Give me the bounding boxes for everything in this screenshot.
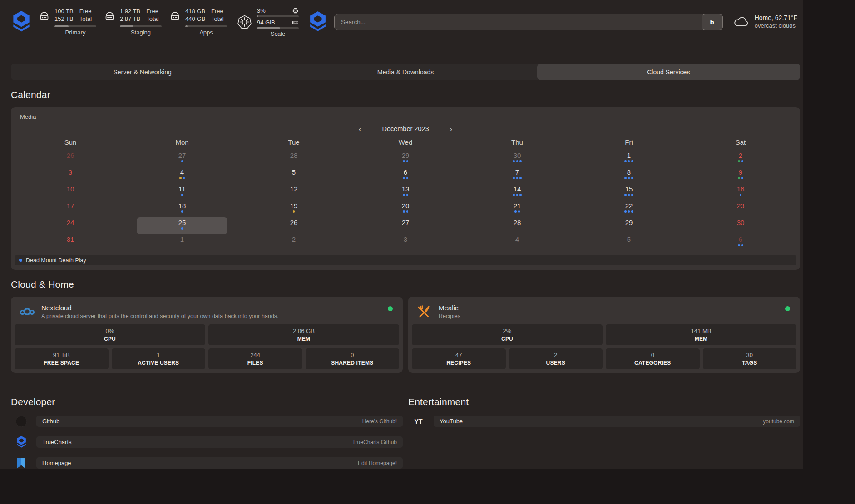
calendar-day[interactable]: 21 bbox=[461, 201, 573, 217]
calendar-day[interactable]: 29 bbox=[573, 217, 685, 234]
bookmark-youtube[interactable]: YTYouTubeyoutube.com bbox=[408, 415, 800, 427]
disk-total-label: Total bbox=[211, 15, 223, 23]
event-dot bbox=[19, 259, 22, 262]
bookmark-link[interactable]: YouTubeyoutube.com bbox=[434, 416, 800, 427]
next-month-button[interactable]: › bbox=[448, 125, 455, 133]
prev-month-button[interactable]: ‹ bbox=[357, 125, 363, 133]
tab-media-downloads[interactable]: Media & Downloads bbox=[274, 64, 537, 80]
cloud-icon bbox=[733, 15, 749, 29]
bookmark-link[interactable]: GithubHere's Github! bbox=[36, 416, 403, 427]
blue-event-dot bbox=[403, 177, 405, 179]
calendar-day[interactable]: 16 bbox=[685, 184, 796, 201]
blue-event-dot bbox=[519, 194, 522, 196]
search-input[interactable] bbox=[334, 14, 723, 30]
calendar-day[interactable]: 12 bbox=[238, 184, 350, 201]
calendar-day[interactable]: 1 bbox=[126, 234, 238, 251]
calendar-day[interactable]: 1 bbox=[573, 150, 685, 167]
calendar-day[interactable]: 7 bbox=[461, 167, 573, 184]
kubernetes-icon bbox=[237, 15, 252, 29]
calendar-day-number: 19 bbox=[290, 201, 298, 210]
tab-cloud-services[interactable]: Cloud Services bbox=[537, 64, 800, 80]
calendar-day-number: 16 bbox=[737, 185, 745, 193]
stat-label: MEM bbox=[297, 336, 311, 342]
calendar-day[interactable]: 26 bbox=[15, 150, 126, 167]
calendar-day-number: 9 bbox=[739, 168, 742, 176]
service-description: Recipies bbox=[439, 313, 460, 319]
calendar-day[interactable]: 11 bbox=[126, 184, 238, 201]
calendar-day[interactable]: 28 bbox=[461, 217, 573, 234]
agenda-event[interactable]: Dead Mount Death Play bbox=[19, 257, 86, 264]
calendar-day[interactable]: 4 bbox=[461, 234, 573, 251]
calendar-day[interactable]: 9 bbox=[685, 167, 796, 184]
blue-event-dot bbox=[516, 160, 519, 162]
calendar-day[interactable]: 19 bbox=[238, 201, 350, 217]
calendar-day[interactable]: 17 bbox=[15, 201, 126, 217]
calendar-day[interactable]: 20 bbox=[350, 201, 461, 217]
calendar-day[interactable]: 2 bbox=[685, 150, 796, 167]
mealie-icon bbox=[416, 304, 433, 319]
calendar-day-number: 4 bbox=[180, 168, 184, 176]
calendar-day[interactable]: 13 bbox=[350, 184, 461, 201]
stat-cell: 91 TiBFREE SPACE bbox=[15, 348, 109, 369]
calendar-day[interactable]: 27 bbox=[126, 150, 238, 167]
calendar-day-number: 3 bbox=[404, 235, 407, 244]
calendar-day[interactable]: 14 bbox=[461, 184, 573, 201]
bookmark-link[interactable]: TrueChartsTrueCharts Github bbox=[36, 436, 403, 448]
calendar-day[interactable]: 15 bbox=[573, 184, 685, 201]
calendar-day[interactable]: 10 bbox=[15, 184, 126, 201]
event-dots bbox=[181, 160, 183, 163]
calendar-day[interactable]: 25 bbox=[137, 217, 227, 234]
calendar-day[interactable]: 3 bbox=[350, 234, 461, 251]
service-link[interactable]: NextcloudA private cloud server that put… bbox=[15, 300, 399, 324]
bookmark-columns: DeveloperGithubHere's Github!TrueChartsT… bbox=[11, 396, 800, 478]
calendar-day-number: 17 bbox=[67, 201, 74, 210]
bookmark-truecharts[interactable]: TrueChartsTrueCharts Github bbox=[11, 436, 403, 448]
calendar-day[interactable]: 24 bbox=[15, 217, 126, 234]
calendar-day[interactable]: 2 bbox=[238, 234, 350, 251]
calendar-day[interactable]: 6 bbox=[685, 234, 796, 251]
calendar-day[interactable]: 30 bbox=[461, 150, 573, 167]
blue-event-dot bbox=[406, 210, 409, 213]
calendar-day[interactable]: 29 bbox=[350, 150, 461, 167]
scale-cpu-fill bbox=[257, 15, 258, 17]
calendar-day[interactable]: 30 bbox=[685, 217, 796, 234]
event-dots bbox=[624, 194, 633, 196]
blue-event-dot bbox=[403, 160, 405, 162]
calendar-day[interactable]: 6 bbox=[350, 167, 461, 184]
calendar-day[interactable]: 4 bbox=[126, 167, 238, 184]
bookmark-description: Here's Github! bbox=[362, 418, 397, 425]
bookmark-link[interactable]: HomepageEdit Homepage! bbox=[36, 457, 403, 469]
disk-free-label: Free bbox=[211, 8, 223, 15]
calendar-integration-label: Media bbox=[15, 112, 796, 120]
calendar-day[interactable]: 18 bbox=[126, 201, 238, 217]
service-link[interactable]: MealieRecipies bbox=[412, 300, 796, 324]
calendar-day[interactable]: 31 bbox=[15, 234, 126, 251]
scale-mem-bar bbox=[257, 27, 299, 29]
stat-label: SHARED ITEMS bbox=[331, 360, 373, 366]
calendar-day[interactable]: 22 bbox=[573, 201, 685, 217]
weather-headline: Home, 62.71°F bbox=[755, 14, 797, 22]
calendar-day[interactable]: 23 bbox=[685, 201, 796, 217]
calendar-day[interactable]: 28 bbox=[238, 150, 350, 167]
calendar-day[interactable]: 5 bbox=[573, 234, 685, 251]
calendar-day[interactable]: 5 bbox=[238, 167, 350, 184]
disk-values: 1.92 TB2.87 TBFreeTotal bbox=[120, 8, 159, 23]
scale-label: Scale bbox=[257, 30, 299, 37]
bookmark-homepage[interactable]: HomepageEdit Homepage! bbox=[11, 457, 403, 469]
calendar-day-number: 5 bbox=[627, 235, 631, 244]
calendar-day[interactable]: 8 bbox=[573, 167, 685, 184]
calendar-day[interactable]: 26 bbox=[238, 217, 350, 234]
bookmark-github[interactable]: GithubHere's Github! bbox=[11, 415, 403, 427]
stat-cell: 0%CPU bbox=[15, 324, 205, 345]
calendar-day[interactable]: 27 bbox=[350, 217, 461, 234]
blue-event-dot bbox=[519, 160, 522, 162]
blue-event-dot bbox=[741, 177, 744, 179]
search-provider-button[interactable]: b bbox=[702, 14, 723, 30]
calendar-day[interactable]: 3 bbox=[15, 167, 126, 184]
event-legend-row: Dead Mount Death Play bbox=[15, 255, 796, 265]
blue-event-dot bbox=[514, 210, 517, 213]
cpu-chip-icon bbox=[292, 7, 299, 14]
calendar-day-number: 4 bbox=[515, 235, 519, 244]
disk-usage-bar bbox=[185, 25, 227, 27]
tab-server-networking[interactable]: Server & Networking bbox=[11, 64, 274, 80]
